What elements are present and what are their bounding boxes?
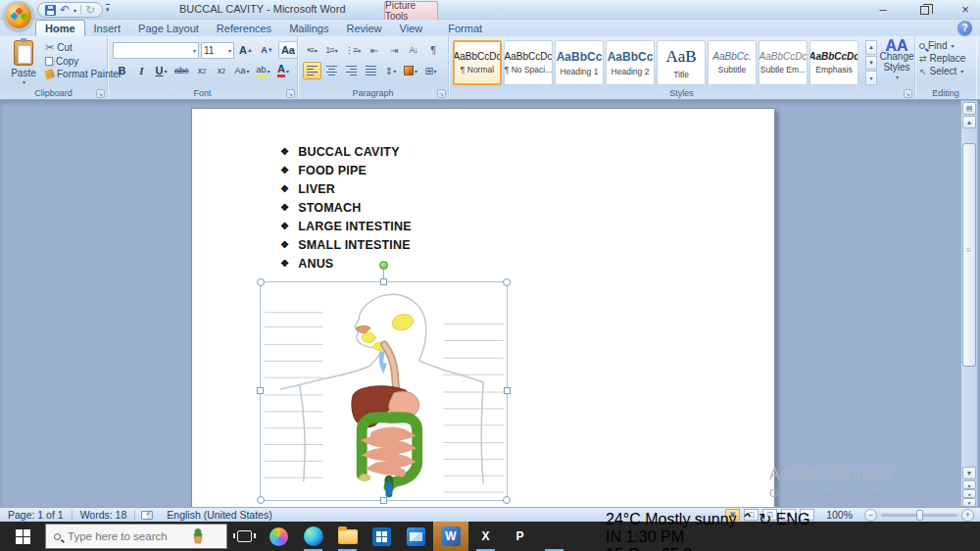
- shading-button[interactable]: ▾: [401, 62, 420, 79]
- list-item[interactable]: ❖ANUS: [280, 254, 412, 273]
- borders-button[interactable]: ⊞▾: [421, 62, 440, 79]
- paragraph-dialog-launcher[interactable]: ↘: [437, 89, 446, 98]
- tab-format[interactable]: Format: [439, 20, 491, 36]
- copilot-button[interactable]: [262, 522, 296, 551]
- minimize-button[interactable]: –: [874, 2, 892, 18]
- change-case-button[interactable]: Aa▾: [232, 62, 253, 79]
- proofing-status-icon[interactable]: [141, 511, 153, 520]
- word-count[interactable]: Words: 18: [73, 509, 135, 521]
- font-size-combo[interactable]: 11▾: [201, 42, 234, 59]
- tab-mailings[interactable]: Mailings: [280, 20, 337, 36]
- close-button[interactable]: ×: [956, 2, 974, 18]
- list-item[interactable]: ❖LARGE INTESTINE: [280, 217, 412, 235]
- rotate-handle[interactable]: [379, 261, 388, 270]
- scroll-down-icon[interactable]: ▼: [962, 467, 976, 479]
- microsoft-store-button[interactable]: [365, 522, 399, 551]
- selected-image-frame[interactable]: [260, 281, 508, 501]
- save-icon[interactable]: [45, 5, 56, 16]
- excel-button[interactable]: X: [468, 522, 503, 551]
- resize-handle-s[interactable]: [380, 497, 387, 504]
- style-heading1[interactable]: AaBbCcHeading 1: [555, 40, 604, 85]
- bold-button[interactable]: B: [113, 62, 131, 79]
- highlight-button[interactable]: ab▾: [254, 62, 273, 79]
- tab-review[interactable]: Review: [337, 20, 390, 36]
- zoom-level[interactable]: 100%: [818, 509, 860, 521]
- font-color-button[interactable]: A▾: [274, 62, 293, 79]
- list-item[interactable]: ❖SMALL INTESTINE: [280, 235, 412, 254]
- align-right-button[interactable]: [342, 62, 361, 79]
- bullets-button[interactable]: •≡▾: [303, 41, 321, 59]
- tab-insert[interactable]: Insert: [85, 20, 130, 36]
- tab-references[interactable]: References: [208, 20, 280, 36]
- tab-home[interactable]: Home: [35, 20, 85, 36]
- style-no-spacing[interactable]: AaBbCcDc¶ No Spaci...: [504, 40, 553, 85]
- sync-icon[interactable]: ↻: [759, 511, 771, 527]
- line-spacing-button[interactable]: ⇕▾: [381, 62, 400, 79]
- page-indicator[interactable]: Page: 1 of 1: [0, 509, 72, 521]
- action-center-button[interactable]: 2: [683, 546, 692, 551]
- font-name-combo[interactable]: ▾: [113, 42, 199, 59]
- resize-handle-n[interactable]: [380, 278, 387, 285]
- vertical-scrollbar[interactable]: ▤ ▲ ▼ ▲ ● ▼: [960, 100, 978, 507]
- help-button[interactable]: ?: [957, 21, 972, 35]
- align-left-button[interactable]: [303, 62, 321, 79]
- styles-scroll-up-icon[interactable]: ▲: [865, 40, 877, 55]
- powerpoint-button[interactable]: P: [503, 522, 537, 551]
- outlook-button[interactable]: [399, 522, 433, 551]
- ruler-toggle-button[interactable]: ▤: [962, 102, 976, 115]
- list-item[interactable]: ❖BUCCAL CAVITY: [280, 142, 412, 161]
- next-page-button[interactable]: ▼: [962, 498, 976, 507]
- resize-handle-ne[interactable]: [503, 278, 511, 286]
- zoom-out-button[interactable]: −: [864, 509, 877, 522]
- style-normal[interactable]: AaBbCcDc¶ Normal: [453, 40, 502, 85]
- restore-button[interactable]: [915, 2, 933, 18]
- taskbar-search[interactable]: [45, 524, 227, 549]
- align-center-button[interactable]: [322, 62, 341, 79]
- resize-handle-nw[interactable]: [257, 278, 265, 286]
- justify-button[interactable]: [362, 62, 380, 79]
- increase-indent-button[interactable]: ⇥: [384, 41, 403, 59]
- styles-more-icon[interactable]: ▾: [865, 71, 877, 85]
- select-button[interactable]: ↖Select▾: [919, 66, 965, 76]
- undo-dropdown-icon[interactable]: ▾: [74, 7, 76, 14]
- undo-icon[interactable]: ↶: [60, 5, 70, 15]
- styles-scroll-down-icon[interactable]: ▼: [865, 56, 877, 71]
- decrease-indent-button[interactable]: ⇤: [365, 41, 383, 59]
- clear-formatting-button[interactable]: Aa: [278, 41, 298, 59]
- paint-button[interactable]: [571, 522, 606, 551]
- digestive-system-diagram[interactable]: [261, 282, 507, 500]
- word-taskbar-button-active[interactable]: W: [433, 522, 468, 551]
- shrink-font-button[interactable]: A▼: [258, 41, 276, 59]
- change-styles-button[interactable]: AA Change Styles▾: [880, 40, 913, 91]
- style-title[interactable]: AaBTitle: [657, 40, 706, 85]
- select-browse-object-button[interactable]: ●: [962, 489, 976, 498]
- zoom-slider[interactable]: [881, 514, 957, 517]
- style-heading2[interactable]: AaBbCcHeading 2: [606, 40, 655, 85]
- subscript-button[interactable]: x2: [193, 62, 212, 79]
- resize-handle-w[interactable]: [257, 387, 264, 394]
- sort-button[interactable]: A↓: [404, 41, 422, 59]
- tab-page-layout[interactable]: Page Layout: [129, 20, 208, 36]
- resize-handle-se[interactable]: [503, 496, 511, 504]
- zoom-slider-handle[interactable]: [916, 510, 923, 521]
- office-button[interactable]: [4, 1, 33, 30]
- paste-dropdown-icon[interactable]: ▾: [23, 78, 25, 85]
- file-explorer-button[interactable]: [330, 522, 365, 551]
- language-indicator[interactable]: English (United States): [159, 509, 279, 521]
- find-button[interactable]: Find▾: [919, 40, 965, 51]
- weather-widget[interactable]: 24°C Mostly sunny: [606, 511, 737, 527]
- list-item[interactable]: ❖FOOD PIPE: [280, 161, 412, 179]
- search-input[interactable]: [68, 530, 183, 542]
- underline-button[interactable]: U▾: [152, 62, 171, 79]
- task-view-button[interactable]: [227, 522, 262, 551]
- styles-dialog-launcher[interactable]: ↘: [904, 89, 912, 98]
- zoom-in-button[interactable]: +: [961, 509, 974, 522]
- previous-page-button[interactable]: ▲: [962, 480, 976, 489]
- start-button[interactable]: [0, 522, 45, 551]
- font-dialog-launcher[interactable]: ↘: [286, 89, 295, 98]
- chrome-button[interactable]: [537, 522, 571, 551]
- hidden-icons-chevron-icon[interactable]: ⌃: [741, 511, 754, 527]
- strikethrough-button[interactable]: abc: [172, 62, 192, 79]
- scrollbar-thumb[interactable]: [962, 143, 976, 367]
- superscript-button[interactable]: x2: [213, 62, 231, 79]
